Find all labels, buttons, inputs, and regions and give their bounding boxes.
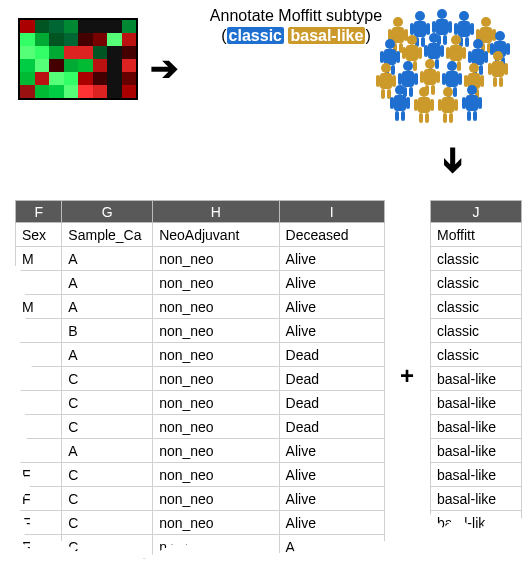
cell: classic bbox=[431, 319, 522, 343]
cell: A bbox=[62, 295, 153, 319]
table-row: Cnon_neoDead bbox=[16, 391, 385, 415]
cell: classic bbox=[431, 247, 522, 271]
cell: C bbox=[62, 463, 153, 487]
cell: non_neo bbox=[153, 391, 279, 415]
table-row: basal-like bbox=[431, 391, 522, 415]
cell: A bbox=[62, 271, 153, 295]
header-cell: Deceased bbox=[279, 223, 384, 247]
cell: non_neo bbox=[153, 343, 279, 367]
cell: F bbox=[16, 511, 62, 535]
cell: M bbox=[16, 247, 62, 271]
cell: classic bbox=[431, 343, 522, 367]
cell: Dead bbox=[279, 391, 384, 415]
people-crowd-icon bbox=[370, 8, 520, 128]
header-cell: Moffitt bbox=[431, 223, 522, 247]
cell: non_neo bbox=[153, 319, 279, 343]
table-row: Anon_neoAlive bbox=[16, 271, 385, 295]
cell bbox=[16, 271, 62, 295]
cell: basal-like bbox=[431, 439, 522, 463]
table-row: classic bbox=[431, 319, 522, 343]
cell bbox=[16, 415, 62, 439]
caption-line2: (classic basal-like) bbox=[221, 26, 370, 46]
cell: non_neo bbox=[153, 295, 279, 319]
table-row: Bnon_neoAlive bbox=[16, 319, 385, 343]
cell: A bbox=[62, 343, 153, 367]
cell: basal-like bbox=[431, 367, 522, 391]
cell: non_neo bbox=[153, 367, 279, 391]
cell: M bbox=[16, 295, 62, 319]
col-letter: F bbox=[16, 201, 62, 223]
table-row: basal-like bbox=[431, 487, 522, 511]
cell bbox=[16, 391, 62, 415]
basal-pill: basal-like bbox=[288, 27, 365, 44]
cell: Alive bbox=[279, 319, 384, 343]
header-cell: NeoAdjuvant bbox=[153, 223, 279, 247]
cell: C bbox=[62, 511, 153, 535]
classic-pill: classic bbox=[227, 27, 284, 44]
cell: Dead bbox=[279, 367, 384, 391]
cell bbox=[16, 319, 62, 343]
cell: basal-like bbox=[431, 415, 522, 439]
cell: F bbox=[16, 535, 62, 559]
cell: non_neo bbox=[153, 271, 279, 295]
cell bbox=[16, 343, 62, 367]
table-row: FCnon_neoAlive bbox=[16, 487, 385, 511]
table-row: classic bbox=[431, 295, 522, 319]
cell: Alive bbox=[279, 271, 384, 295]
cell: C bbox=[62, 535, 153, 559]
plus-symbol: + bbox=[400, 362, 414, 390]
table-row: Cnon_neoDead bbox=[16, 367, 385, 391]
table-row: Anon_neoAlive bbox=[16, 439, 385, 463]
cell: non_neo bbox=[153, 487, 279, 511]
spreadsheet-main: FGHI SexSample_CaNeoAdjuvantDeceasedMAno… bbox=[15, 200, 385, 559]
cell bbox=[16, 439, 62, 463]
cell: Alive bbox=[279, 511, 384, 535]
table-row: classic bbox=[431, 343, 522, 367]
cell: C bbox=[62, 367, 153, 391]
cell: C bbox=[62, 415, 153, 439]
col-letter: J bbox=[431, 201, 522, 223]
table-row: basal-like bbox=[431, 415, 522, 439]
heatmap-thumbnail bbox=[18, 18, 138, 100]
table-row: Cnon_neoDead bbox=[16, 415, 385, 439]
cell: A bbox=[279, 535, 384, 559]
cell: Alive bbox=[279, 295, 384, 319]
table-row: FCn n rA bbox=[16, 535, 385, 559]
cell: ba al-lik bbox=[431, 511, 522, 535]
cell: non_neo bbox=[153, 247, 279, 271]
cell bbox=[16, 367, 62, 391]
cell: basal-like bbox=[431, 487, 522, 511]
col-letter: I bbox=[279, 201, 384, 223]
header-cell: Sex bbox=[16, 223, 62, 247]
table-row: classic bbox=[431, 271, 522, 295]
cell: Alive bbox=[279, 439, 384, 463]
cell: basal-like bbox=[431, 463, 522, 487]
cell: Dead bbox=[279, 343, 384, 367]
col-letter: G bbox=[62, 201, 153, 223]
cell: Alive bbox=[279, 463, 384, 487]
table-row: basal-like bbox=[431, 463, 522, 487]
cell: non_neo bbox=[153, 511, 279, 535]
cell: non_neo bbox=[153, 463, 279, 487]
cell: basal-like bbox=[431, 391, 522, 415]
table-row: FCnon_neoAlive bbox=[16, 511, 385, 535]
table-row: MAnon_neoAlive bbox=[16, 247, 385, 271]
cell: F bbox=[16, 487, 62, 511]
cell: A bbox=[62, 439, 153, 463]
table-row: basal-like bbox=[431, 439, 522, 463]
arrow-down-icon: ➔ bbox=[434, 146, 474, 174]
cell: A bbox=[62, 247, 153, 271]
cell: C bbox=[62, 487, 153, 511]
cell: classic bbox=[431, 295, 522, 319]
cell: classic bbox=[431, 271, 522, 295]
arrow-right-icon: ➔ bbox=[150, 48, 178, 88]
table-row: Anon_neoDead bbox=[16, 343, 385, 367]
cell: non_neo bbox=[153, 415, 279, 439]
table-row: basal-like bbox=[431, 367, 522, 391]
table-row: classic bbox=[431, 247, 522, 271]
spreadsheet-moffitt: J Moffittclassicclassicclassicclassiccla… bbox=[430, 200, 522, 535]
cell: B bbox=[62, 319, 153, 343]
cell: Alive bbox=[279, 247, 384, 271]
cell: Dead bbox=[279, 415, 384, 439]
header-cell: Sample_Ca bbox=[62, 223, 153, 247]
